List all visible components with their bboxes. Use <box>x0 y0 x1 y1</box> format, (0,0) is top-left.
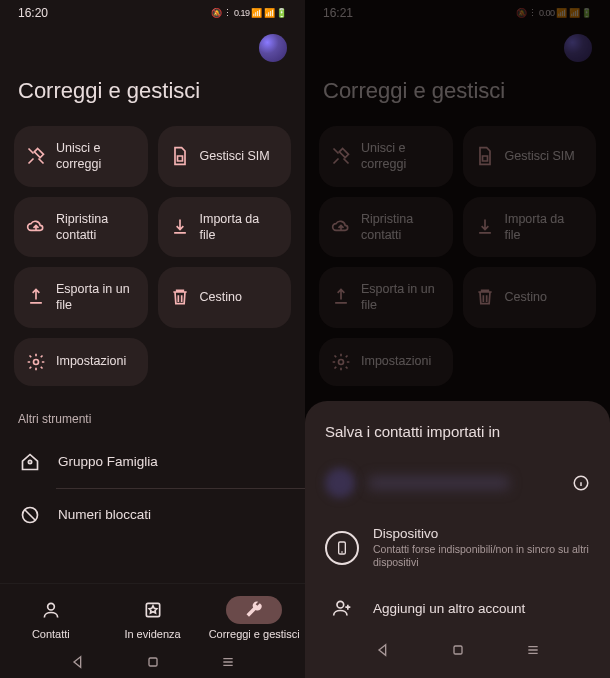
add-account[interactable]: Aggiungi un altro account <box>305 584 610 632</box>
tile-trash[interactable]: Cestino <box>463 267 597 328</box>
tile-restore[interactable]: Ripristina contatti <box>14 197 148 258</box>
screen-left: 16:20 🔕 ⋮ 0.19 📶 📶 🔋 Correggi e gestisci… <box>0 0 305 678</box>
home-button[interactable] <box>450 642 466 658</box>
tile-label: Impostazioni <box>56 353 126 369</box>
section-title: Altri strumenti <box>0 386 305 436</box>
status-icons: 🔕 ⋮ 0.19 📶 📶 🔋 <box>211 8 287 18</box>
page-title: Correggi e gestisci <box>305 68 610 126</box>
tile-label: Gestisci SIM <box>200 148 270 164</box>
system-navbar <box>305 632 610 666</box>
sheet-title: Salva i contatti importati in <box>305 423 610 454</box>
tiles-grid: Unisci e correggi Gestisci SIM Ripristin… <box>305 126 610 386</box>
sim-icon <box>170 146 190 166</box>
svg-point-0 <box>34 359 39 364</box>
bottom-navigation: Contatti In evidenza Correggi e gestisci <box>0 583 305 644</box>
svg-rect-4 <box>149 658 157 666</box>
tile-label: Importa da file <box>505 211 565 244</box>
tile-merge-fix[interactable]: Unisci e correggi <box>14 126 148 187</box>
tile-export[interactable]: Esporta in un file <box>319 267 453 328</box>
nav-label: Correggi e gestisci <box>209 628 300 640</box>
tile-settings[interactable]: Impostazioni <box>319 338 453 386</box>
system-navbar <box>0 644 305 678</box>
tile-label: Ripristina contatti <box>361 211 413 244</box>
tiles-grid: Unisci e correggi Gestisci SIM Ripristin… <box>0 126 305 386</box>
header-actions <box>305 20 610 68</box>
page-title: Correggi e gestisci <box>0 68 305 126</box>
person-icon <box>41 600 61 620</box>
account-secondary: Contatti forse indisponibili/non in sinc… <box>373 543 590 570</box>
add-account-label: Aggiungi un altro account <box>373 601 525 616</box>
svg-rect-9 <box>454 646 462 654</box>
avatar[interactable] <box>259 34 287 62</box>
home-button[interactable] <box>145 654 161 670</box>
nav-highlights[interactable]: In evidenza <box>102 590 204 644</box>
nav-contacts[interactable]: Contatti <box>0 590 102 644</box>
tile-manage-sim[interactable]: Gestisci SIM <box>158 126 292 187</box>
nav-label: Contatti <box>32 628 70 640</box>
nav-label: In evidenza <box>124 628 180 640</box>
tile-label: Unisci e correggi <box>361 140 406 173</box>
person-add-icon <box>325 598 359 618</box>
account-device[interactable]: Dispositivo Contatti forse indisponibili… <box>305 512 610 584</box>
recents-button[interactable] <box>220 654 236 670</box>
tile-label: Esporta in un file <box>56 281 130 314</box>
info-icon[interactable] <box>572 474 590 492</box>
tile-import[interactable]: Importa da file <box>158 197 292 258</box>
tile-import[interactable]: Importa da file <box>463 197 597 258</box>
trash-icon <box>170 287 190 307</box>
device-icon <box>325 531 359 565</box>
gear-icon <box>331 352 351 372</box>
star-icon <box>143 600 163 620</box>
sim-icon <box>475 146 495 166</box>
avatar[interactable] <box>564 34 592 62</box>
tile-merge-fix[interactable]: Unisci e correggi <box>319 126 453 187</box>
nav-fix-manage[interactable]: Correggi e gestisci <box>203 590 305 644</box>
tile-label: Impostazioni <box>361 353 431 369</box>
wrench-icon <box>244 600 264 620</box>
tile-label: Cestino <box>200 289 242 305</box>
cloud-restore-icon <box>26 217 46 237</box>
gear-icon <box>26 352 46 372</box>
tile-export[interactable]: Esporta in un file <box>14 267 148 328</box>
home-icon <box>20 452 40 472</box>
tile-label: Importa da file <box>200 211 260 244</box>
tile-label: Cestino <box>505 289 547 305</box>
tile-restore[interactable]: Ripristina contatti <box>319 197 453 258</box>
account-avatar-icon <box>325 468 355 498</box>
tile-label: Ripristina contatti <box>56 211 108 244</box>
tile-label: Unisci e correggi <box>56 140 101 173</box>
tool-blocked-numbers[interactable]: Numeri bloccati <box>0 489 305 541</box>
tile-label: Gestisci SIM <box>505 148 575 164</box>
download-icon <box>170 217 190 237</box>
account-primary: Dispositivo <box>373 526 590 541</box>
recents-button[interactable] <box>525 642 541 658</box>
svg-point-8 <box>337 601 344 608</box>
download-icon <box>475 217 495 237</box>
tools-icon <box>26 146 46 166</box>
bottom-sheet: Salva i contatti importati in Dispositiv… <box>305 401 610 678</box>
account-email-redacted <box>369 476 509 490</box>
status-icons: 🔕 ⋮ 0.00 📶 📶 🔋 <box>516 8 592 18</box>
list-label: Gruppo Famiglia <box>58 454 158 469</box>
back-button[interactable] <box>375 642 391 658</box>
header-actions <box>0 20 305 68</box>
svg-point-5 <box>339 359 344 364</box>
statusbar: 16:20 🔕 ⋮ 0.19 📶 📶 🔋 <box>0 0 305 20</box>
block-icon <box>20 505 40 525</box>
back-button[interactable] <box>70 654 86 670</box>
tile-label: Esporta in un file <box>361 281 435 314</box>
clock: 16:20 <box>18 6 48 20</box>
upload-icon <box>331 287 351 307</box>
clock: 16:21 <box>323 6 353 20</box>
tile-manage-sim[interactable]: Gestisci SIM <box>463 126 597 187</box>
tool-family-group[interactable]: Gruppo Famiglia <box>0 436 305 488</box>
tile-trash[interactable]: Cestino <box>158 267 292 328</box>
account-google[interactable] <box>305 454 610 512</box>
tools-icon <box>331 146 351 166</box>
svg-point-2 <box>47 603 54 610</box>
upload-icon <box>26 287 46 307</box>
list-label: Numeri bloccati <box>58 507 151 522</box>
statusbar: 16:21 🔕 ⋮ 0.00 📶 📶 🔋 <box>305 0 610 20</box>
tile-settings[interactable]: Impostazioni <box>14 338 148 386</box>
cloud-restore-icon <box>331 217 351 237</box>
